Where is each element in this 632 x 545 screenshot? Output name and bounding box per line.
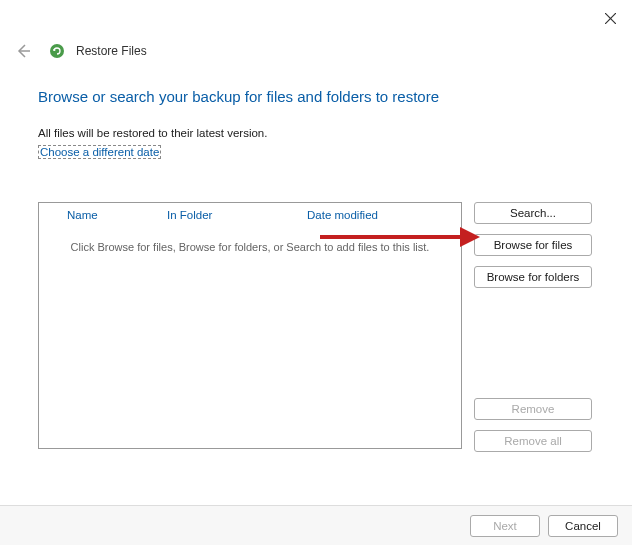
next-button: Next [470,515,540,537]
side-button-panel: Search... Browse for files Browse for fo… [474,202,594,452]
restore-files-icon [48,42,66,60]
browse-folders-button[interactable]: Browse for folders [474,266,592,288]
remove-button: Remove [474,398,592,420]
header-bar: Restore Files [0,0,632,60]
cancel-button[interactable]: Cancel [548,515,618,537]
empty-list-message: Click Browse for files, Browse for folde… [39,225,461,253]
remove-all-button: Remove all [474,430,592,452]
list-header: Name In Folder Date modified [39,203,461,225]
back-arrow-icon[interactable] [14,42,32,60]
column-header-name[interactable]: Name [39,209,159,221]
search-button[interactable]: Search... [474,202,592,224]
window-title: Restore Files [76,44,147,58]
version-info-text: All files will be restored to their late… [38,127,594,139]
close-button[interactable] [598,6,622,30]
column-header-folder[interactable]: In Folder [159,209,299,221]
svg-point-3 [50,44,64,58]
page-heading: Browse or search your backup for files a… [38,88,594,105]
file-list-box: Name In Folder Date modified Click Brows… [38,202,462,449]
column-header-date[interactable]: Date modified [299,209,461,221]
browse-files-button[interactable]: Browse for files [474,234,592,256]
footer-bar: Next Cancel [0,505,632,545]
choose-date-link[interactable]: Choose a different date [38,145,161,159]
